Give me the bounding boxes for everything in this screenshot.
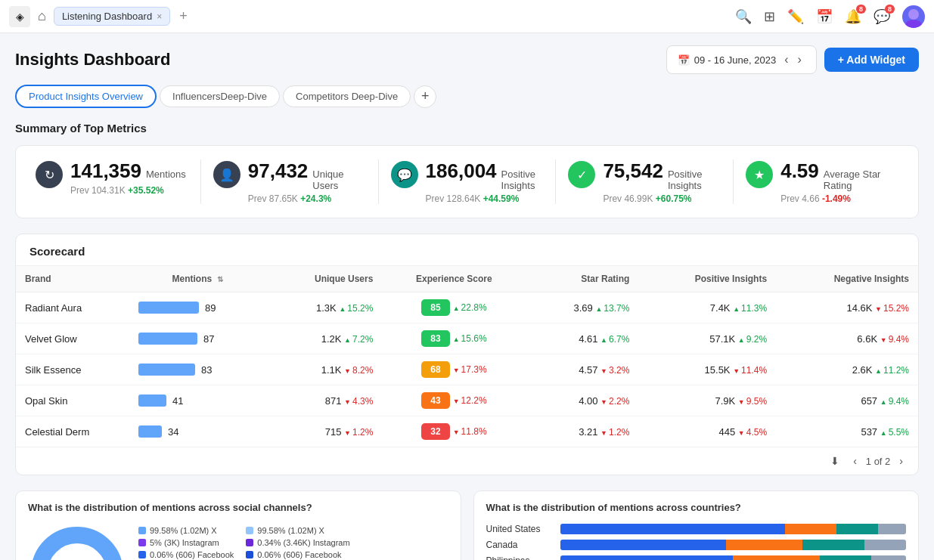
positive-insights-value: 186,004 [426, 159, 497, 183]
tabs-row: Product Insights Overview InfluencersDee… [15, 85, 919, 108]
home-button[interactable]: ⌂ [35, 5, 49, 27]
col-mentions[interactable]: Mentions ⇅ [129, 266, 265, 292]
metric-positive-insights-2: ✓ 75,542 Positive Insights Prev 46.99K +… [556, 159, 734, 204]
messages-badge: 8 [885, 5, 895, 14]
tab-close-icon[interactable]: × [157, 11, 162, 22]
notification-badge: 8 [856, 5, 866, 14]
table-row[interactable]: Radiant Aura 89 1.3K 15.2% 85 22.8% 3.69… [16, 292, 918, 323]
metric-mentions: ↻ 141,359 Mentions Prev 104.31K +35.52% [23, 159, 201, 204]
table-row[interactable]: Velvet Glow 87 1.2K 7.2% 83 15.6% 4.61 6… [16, 323, 918, 354]
pos-insights-cell: 57.1K 9.2% [638, 323, 776, 354]
scorecard-section: Scorecard Brand Mentions ⇅ Unique Users … [15, 234, 919, 475]
neg-insights-cell: 537 5.5% [776, 416, 918, 447]
col-experience-score: Experience Score [382, 266, 526, 292]
legend-item: 0.34% (3.46K) Instagram [246, 538, 349, 547]
country-list: United States Canada Philippines India N… [486, 524, 907, 560]
pos-insights-cell: 445 4.5% [638, 416, 776, 447]
legend-item: 99.58% (1.02M) X [138, 526, 234, 535]
export-button[interactable]: ⬇ [826, 453, 844, 469]
scorecard-table: Brand Mentions ⇅ Unique Users Experience… [16, 266, 918, 447]
country-row: Canada [486, 540, 907, 550]
legend-item: 0.06% (606) Facebook [246, 550, 349, 559]
tab-competitors[interactable]: Competitors Deep-Dive [283, 85, 411, 107]
star-cell: 4.57 3.2% [526, 354, 638, 385]
positive-insights-2-label: Positive Insights [668, 169, 721, 191]
app-logo: ◈ [9, 6, 30, 27]
exp-score-cell: 68 17.3% [382, 354, 526, 385]
mentions-value: 141,359 [70, 159, 141, 183]
date-range-picker[interactable]: 📅 09 - 16 June, 2023 ‹ › [666, 45, 817, 74]
dashboard-title: Insights Dashboard [15, 50, 170, 70]
channel-chart-title: What is the distribution of mentions acr… [28, 502, 448, 513]
positive-insights-2-prev: Prev 46.99K +60.75% [603, 193, 721, 204]
summary-section-title: Summary of Top Metrics [15, 122, 919, 135]
country-bar [560, 555, 907, 560]
date-next-button[interactable]: › [793, 51, 805, 68]
star-rating-prev: Prev 4.66 -1.49% [780, 193, 898, 204]
prev-page-button[interactable]: ‹ [849, 453, 861, 469]
main-content: Insights Dashboard 📅 09 - 16 June, 2023 … [0, 33, 934, 560]
star-rating-icon: ★ [746, 161, 773, 188]
date-nav: ‹ › [780, 51, 805, 68]
neg-insights-cell: 6.6K 9.4% [776, 323, 918, 354]
col-unique-users: Unique Users [265, 266, 382, 292]
search-icon[interactable]: 🔍 [735, 8, 752, 25]
next-page-button[interactable]: › [895, 453, 908, 469]
pos-insights-cell: 7.9K 9.5% [638, 385, 776, 416]
channel-distribution-card: What is the distribution of mentions acr… [15, 490, 461, 560]
mentions-prev: Prev 104.31K +35.52% [70, 185, 186, 196]
edit-icon[interactable]: ✏️ [787, 8, 804, 25]
tab-influencers[interactable]: InfluencersDeep-Dive [160, 85, 280, 107]
svg-point-1 [905, 20, 922, 28]
calendar-icon[interactable]: 📅 [816, 8, 833, 25]
new-tab-button[interactable]: + [175, 7, 192, 26]
unique-users-cell: 871 4.3% [265, 385, 382, 416]
country-name: Canada [486, 540, 554, 550]
unique-users-cell: 1.2K 7.2% [265, 323, 382, 354]
brand-cell: Celestial Derm [16, 416, 129, 447]
date-prev-button[interactable]: ‹ [780, 51, 792, 68]
country-name: United States [486, 524, 554, 534]
pos-insights-cell: 15.5K 11.4% [638, 354, 776, 385]
metric-star-rating: ★ 4.59 Average Star Rating Prev 4.66 -1.… [734, 159, 911, 204]
table-pagination: ⬇ ‹ 1 of 2 › [16, 447, 918, 475]
table-row[interactable]: Celestial Derm 34 715 1.2% 32 11.8% 3.21… [16, 416, 918, 447]
country-chart-title: What is the distribution of mentions acr… [486, 502, 907, 513]
table-row[interactable]: Silk Essence 83 1.1K 8.2% 68 17.3% 4.57 … [16, 354, 918, 385]
positive-insights-2-icon: ✓ [568, 161, 595, 188]
mentions-cell: 83 [129, 354, 265, 385]
messages-icon[interactable]: 💬 8 [873, 8, 890, 25]
positive-insights-prev: Prev 128.64K +44.59% [426, 193, 544, 204]
country-bar [560, 540, 907, 550]
mentions-cell: 87 [129, 323, 265, 354]
metrics-row: ↻ 141,359 Mentions Prev 104.31K +35.52% … [15, 145, 919, 218]
col-brand: Brand [16, 266, 129, 292]
add-tab-button[interactable]: + [414, 85, 436, 108]
notification-icon[interactable]: 🔔 8 [845, 8, 861, 25]
add-widget-button[interactable]: + Add Widget [824, 48, 919, 72]
exp-score-cell: 85 22.8% [382, 292, 526, 323]
country-row: Philippines [486, 555, 907, 560]
mentions-cell: 89 [129, 292, 265, 323]
star-cell: 4.61 6.7% [526, 323, 638, 354]
unique-users-label: Unique Users [312, 169, 365, 191]
grid-icon[interactable]: ⊞ [764, 8, 775, 25]
country-row: United States [486, 524, 907, 534]
active-tab[interactable]: Listening Dashboard × [54, 7, 170, 26]
star-cell: 4.00 2.2% [526, 385, 638, 416]
date-range-label: 09 - 16 June, 2023 [694, 54, 776, 66]
brand-cell: Velvet Glow [16, 323, 129, 354]
mentions-cell: 34 [129, 416, 265, 447]
star-rating-value: 4.59 [780, 159, 819, 183]
legend-item: 0.06% (606) Facebook [138, 550, 234, 559]
exp-score-cell: 32 11.8% [382, 416, 526, 447]
tab-product-insights[interactable]: Product Insights Overview [15, 85, 157, 108]
table-row[interactable]: Opal Skin 41 871 4.3% 43 12.2% 4.00 2.2% [16, 385, 918, 416]
exp-score-cell: 83 15.6% [382, 323, 526, 354]
positive-insights-label: Positive Insights [501, 169, 544, 191]
sort-icon: ⇅ [217, 275, 223, 283]
avatar[interactable] [902, 5, 925, 28]
col-positive-insights: Positive Insights [638, 266, 776, 292]
country-bar [560, 524, 907, 534]
brand-cell: Opal Skin [16, 385, 129, 416]
